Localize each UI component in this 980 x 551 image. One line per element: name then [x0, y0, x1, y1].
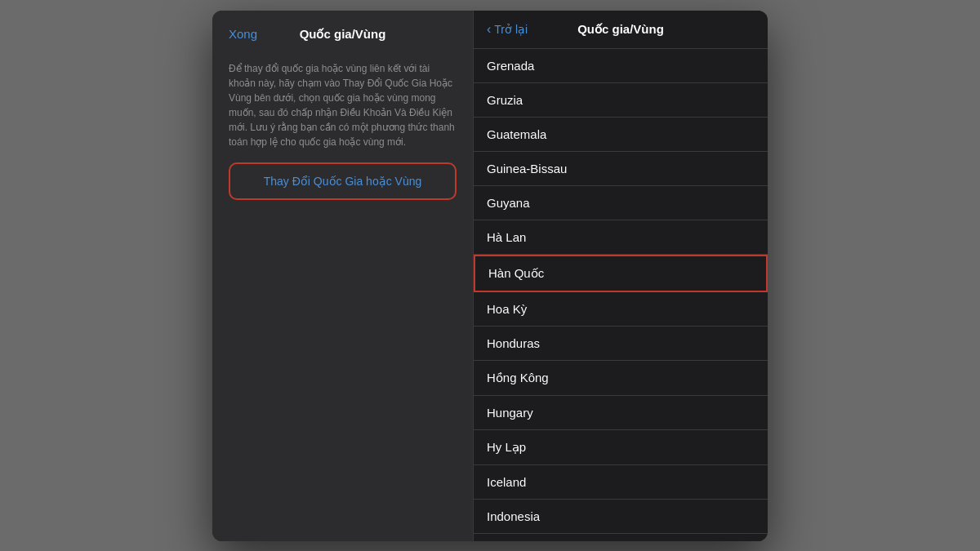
country-item[interactable]: Hungary [474, 396, 768, 430]
country-item[interactable]: Guyana [474, 186, 768, 220]
left-header: Xong Quốc gia/Vùng [229, 27, 457, 48]
description-text: Để thay đổi quốc gia hoặc vùng liên kết … [229, 61, 457, 149]
back-label: Trở lại [494, 23, 528, 36]
country-item[interactable]: Iceland [474, 465, 768, 500]
country-item[interactable]: Gruzia [474, 83, 768, 118]
left-panel-title: Quốc gia/Vùng [300, 27, 386, 42]
left-panel: Xong Quốc gia/Vùng Để thay đổi quốc gia … [212, 11, 474, 541]
right-panel-title: Quốc gia/Vùng [577, 22, 664, 37]
back-chevron-icon: ‹ [487, 22, 491, 37]
right-panel: ‹ Trở lại Quốc gia/Vùng GrenadaGruziaGua… [474, 11, 768, 541]
cancel-button[interactable]: Xong [229, 27, 257, 41]
change-country-button[interactable]: Thay Đổi Quốc Gia hoặc Vùng [229, 162, 457, 200]
country-item[interactable]: Honduras [474, 327, 768, 361]
country-item[interactable]: Iraq [474, 534, 768, 541]
right-header: ‹ Trở lại Quốc gia/Vùng [474, 11, 768, 49]
country-item[interactable]: Hà Lan [474, 220, 768, 255]
country-item[interactable]: Hàn Quốc [474, 255, 768, 292]
country-item[interactable]: Guinea-Bissau [474, 152, 768, 186]
country-item[interactable]: Hoa Kỳ [474, 292, 768, 327]
countries-list: GrenadaGruziaGuatemalaGuinea-BissauGuyan… [474, 49, 768, 541]
country-item[interactable]: Indonesia [474, 500, 768, 534]
country-item[interactable]: Hy Lạp [474, 430, 768, 465]
modal-container: Xong Quốc gia/Vùng Để thay đổi quốc gia … [212, 11, 768, 541]
change-btn-label: Thay Đổi Quốc Gia hoặc Vùng [264, 175, 422, 188]
country-item[interactable]: Guatemala [474, 118, 768, 152]
country-item[interactable]: Grenada [474, 49, 768, 83]
back-button[interactable]: ‹ Trở lại [487, 22, 528, 37]
country-item[interactable]: Hồng Kông [474, 361, 768, 396]
